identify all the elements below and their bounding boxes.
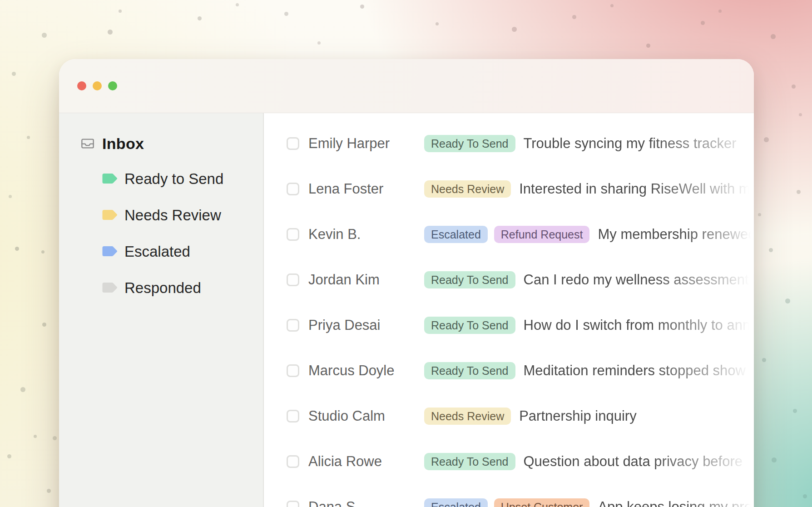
email-subject: Meditation reminders stopped show	[524, 363, 754, 379]
email-sender: Emily Harper	[308, 135, 424, 152]
status-badge-ready-to-send: Ready To Send	[424, 453, 515, 470]
close-button[interactable]	[77, 81, 86, 90]
email-row[interactable]: Jordan Kim Ready To Send Can I redo my w…	[264, 257, 754, 303]
email-row[interactable]: Lena Foster Needs Review Interested in s…	[264, 166, 754, 212]
sidebar-item-inbox[interactable]: Inbox	[80, 134, 263, 153]
window-body: Inbox Ready to Send Needs Review Escalat…	[59, 113, 754, 507]
email-sender: Studio Calm	[308, 408, 424, 424]
email-subject: My membership renewed	[598, 226, 754, 243]
sidebar-item-ready-to-send[interactable]: Ready to Send	[102, 161, 263, 197]
sidebar-items: Ready to Send Needs Review Escalated Res…	[102, 161, 263, 306]
status-badge-ready-to-send: Ready To Send	[424, 271, 515, 288]
sidebar-item-responded[interactable]: Responded	[102, 270, 263, 306]
status-badge-escalated: Escalated	[424, 226, 488, 243]
email-subject: Interested in sharing RiseWell with m	[519, 181, 754, 197]
tag-icon	[102, 246, 118, 258]
email-checkbox[interactable]	[287, 364, 299, 377]
status-badge-ready-to-send: Ready To Send	[424, 135, 515, 152]
email-sender: Kevin B.	[308, 226, 424, 243]
email-badges: Ready To Send	[424, 317, 515, 334]
email-badges: Needs Review	[424, 408, 511, 425]
email-subject: How do I switch from monthly to ann	[524, 317, 754, 333]
status-badge-upset-customer: Upset Customer	[494, 498, 590, 507]
email-checkbox[interactable]	[287, 410, 299, 422]
email-row[interactable]: Emily Harper Ready To Send Trouble synci…	[264, 121, 754, 166]
email-badges: Ready To Send	[424, 271, 515, 288]
email-checkbox[interactable]	[287, 137, 299, 150]
status-badge-ready-to-send: Ready To Send	[424, 317, 515, 334]
desktop-background: Inbox Ready to Send Needs Review Escalat…	[0, 0, 812, 507]
email-checkbox[interactable]	[287, 273, 299, 286]
email-badges: EscalatedRefund Request	[424, 226, 589, 243]
sidebar: Inbox Ready to Send Needs Review Escalat…	[59, 113, 264, 507]
email-checkbox[interactable]	[287, 501, 299, 507]
status-badge-ready-to-send: Ready To Send	[424, 362, 515, 379]
tag-icon	[102, 282, 118, 294]
zoom-button[interactable]	[108, 81, 117, 90]
email-list: Emily Harper Ready To Send Trouble synci…	[264, 113, 754, 507]
sidebar-item-label: Responded	[124, 279, 201, 297]
email-row[interactable]: Studio Calm Needs Review Partnership inq…	[264, 393, 754, 439]
app-window: Inbox Ready to Send Needs Review Escalat…	[59, 59, 754, 507]
email-row[interactable]: Alicia Rowe Ready To Send Question about…	[264, 439, 754, 484]
status-badge-refund-request: Refund Request	[494, 226, 590, 243]
email-sender: Lena Foster	[308, 181, 424, 197]
sidebar-item-escalated[interactable]: Escalated	[102, 234, 263, 270]
email-row[interactable]: Dana S. EscalatedUpset Customer App keep…	[264, 484, 754, 507]
status-badge-needs-review: Needs Review	[424, 180, 511, 198]
email-checkbox[interactable]	[287, 455, 299, 468]
email-sender: Alicia Rowe	[308, 453, 424, 470]
window-titlebar	[59, 59, 754, 113]
email-subject: Can I redo my wellness assessment	[524, 272, 754, 288]
email-sender: Priya Desai	[308, 317, 424, 333]
email-badges: Needs Review	[424, 180, 511, 198]
status-badge-escalated: Escalated	[424, 498, 488, 507]
email-checkbox[interactable]	[287, 319, 299, 332]
email-sender: Dana S.	[308, 499, 424, 507]
minimize-button[interactable]	[93, 81, 102, 90]
email-sender: Jordan Kim	[308, 272, 424, 288]
email-badges: EscalatedUpset Customer	[424, 498, 589, 507]
inbox-icon	[80, 136, 95, 151]
email-badges: Ready To Send	[424, 135, 515, 152]
email-subject: Trouble syncing my fitness tracker	[524, 135, 754, 152]
email-subject: Question about data privacy before	[524, 453, 754, 470]
status-badge-needs-review: Needs Review	[424, 408, 511, 425]
tag-icon	[102, 173, 118, 185]
sidebar-item-needs-review[interactable]: Needs Review	[102, 197, 263, 234]
sidebar-item-label: Ready to Send	[124, 170, 223, 188]
email-row[interactable]: Kevin B. EscalatedRefund Request My memb…	[264, 212, 754, 257]
email-checkbox[interactable]	[287, 228, 299, 241]
email-checkbox[interactable]	[287, 183, 299, 195]
email-sender: Marcus Doyle	[308, 363, 424, 379]
email-badges: Ready To Send	[424, 453, 515, 470]
tag-icon	[102, 209, 118, 221]
email-subject: Partnership inquiry	[519, 408, 754, 424]
sidebar-item-label: Escalated	[124, 243, 190, 260]
email-subject: App keeps losing my pro	[598, 499, 754, 507]
traffic-lights	[77, 81, 117, 90]
email-badges: Ready To Send	[424, 362, 515, 379]
sidebar-item-label: Needs Review	[124, 207, 221, 224]
email-row[interactable]: Priya Desai Ready To Send How do I switc…	[264, 303, 754, 348]
sidebar-title: Inbox	[102, 135, 144, 153]
email-row[interactable]: Marcus Doyle Ready To Send Meditation re…	[264, 348, 754, 393]
